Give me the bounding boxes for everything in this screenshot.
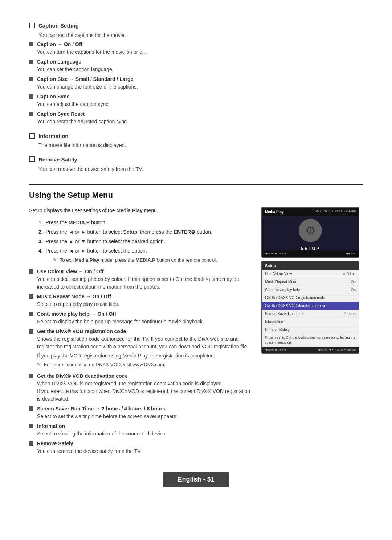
caption-size-title: Caption Size → Small / Standard / Large	[37, 75, 363, 83]
step-2-text: Press the ◄ or ► button to select Setup,…	[46, 228, 212, 236]
row-6-label: Information	[265, 319, 283, 324]
tv-title: Media Play	[265, 209, 284, 214]
setup-note: ✎ To exit Media Play mode, press the MED…	[53, 257, 250, 264]
tv-bottom-bar: ◀ SUM ■ Device ◀◀ Exit	[262, 250, 359, 257]
caption-size-item: Caption Size → Small / Standard / Large …	[29, 75, 363, 91]
step-4-num: 4.	[38, 247, 43, 255]
setup-menu-row-4: Get the DivX® VOD deactivation code	[262, 302, 359, 310]
tv-bottom-right: ◀◀ Exit	[346, 251, 356, 256]
tv-info: SUM 01:00(01)/00:32:88 Free	[312, 209, 356, 214]
square-bullet-icon	[29, 269, 33, 274]
caption-size-desc: You can change the font size of the capt…	[37, 83, 363, 91]
remove-safely-top-title: Remove Safely	[38, 156, 77, 164]
divx-registration-desc2: If you play the VOD registration using M…	[37, 352, 250, 360]
row-2-val: On	[351, 287, 356, 292]
caption-setting-section: Caption Setting You can set the captions…	[29, 22, 363, 126]
row-5-label: Screen Saver Run Time	[265, 311, 303, 316]
screen-saver-desc: Select to set the waiting time before th…	[37, 413, 250, 420]
step-4-text: Press the ◄ or ► button to select the op…	[46, 247, 147, 255]
square-bullet-icon	[29, 112, 33, 116]
information-bottom-item: Information Select to viewing the inform…	[29, 422, 250, 438]
step-4: 4. Press the ◄ or ► button to select the…	[38, 247, 250, 255]
caption-sync-reset-item: Caption Sync Reset You can reset the adj…	[29, 110, 363, 126]
row-3-label: Get the DivX® VOD registration code	[265, 295, 325, 300]
square-bullet-icon	[29, 374, 33, 378]
divx-registration-note: ✎ For more information on DivX® VOD, vis…	[37, 361, 250, 368]
note-text: To exit Media Play mode, press the MEDIA…	[60, 257, 217, 264]
cont-movie-play-title: Cont. movie play help → On / Off	[37, 310, 250, 318]
information-top-desc: The movie file information is displayed.	[38, 142, 363, 149]
row-0-label: Use Colour View	[265, 271, 292, 277]
caption-sync-desc: You can adjust the caption sync.	[37, 101, 363, 108]
checkbox-icon	[29, 22, 35, 28]
remove-safely-bottom-title: Remove Safely	[37, 440, 250, 447]
row-2-label: Cont. movie play help	[265, 287, 300, 292]
square-bullet-icon	[29, 441, 33, 446]
setup-menu-row-2: Cont. movie play help On	[262, 286, 359, 294]
setup-menu-row-6: Information	[262, 318, 359, 326]
setup-content-area: Setup displays the user settings of the …	[29, 207, 363, 457]
remove-safely-bottom-desc: You can remove the device safely from th…	[37, 447, 250, 455]
information-bottom-title: Information	[37, 422, 250, 430]
tv-media-play-screen: Media Play SUM 01:00(01)/00:32:88 Free ⚙…	[261, 207, 359, 258]
music-repeat-mode-item: Music Repeat Mode → On / Off Select to r…	[29, 293, 250, 308]
setup-intro-text: Setup displays the user settings of the	[29, 208, 115, 213]
caption-setting-title: Caption Setting	[38, 22, 79, 30]
caption-language-item: Caption Language You can set the caption…	[29, 58, 363, 73]
tv-bottom-left: ◀ SUM ■ Device	[265, 251, 287, 256]
caption-language-desc: You can set the caption language.	[37, 66, 363, 73]
divx-registration-title: Get the DivX® VOD registration code	[37, 328, 250, 335]
remove-safely-bottom-item: Remove Safely You can remove the device …	[29, 440, 250, 455]
square-bullet-icon	[29, 312, 33, 316]
screen-saver-title: Screen Saver Run Time → 2 hours / 4 hour…	[37, 405, 250, 413]
cont-movie-play-item: Cont. movie play help → On / Off Select …	[29, 310, 250, 326]
setup-intro: Setup displays the user settings of the …	[29, 207, 250, 214]
divx-deactivation-title: Get the DivX® VOD deactivation code	[37, 372, 250, 380]
row-1-label: Music Repeat Mode	[265, 279, 297, 285]
note-icon: ✎	[53, 257, 57, 264]
setup-menu-row-1: Music Repeat Mode On	[262, 278, 359, 286]
tv-screen-top-bar: Media Play SUM 01:00(01)/00:32:88 Free	[262, 208, 359, 216]
square-bullet-icon	[29, 329, 33, 334]
caption-sync-item: Caption Sync You can adjust the caption …	[29, 93, 363, 108]
cont-movie-play-desc: Select to display the help pop-up messag…	[37, 318, 250, 326]
information-bottom-desc: Select to viewing the information of the…	[37, 430, 250, 438]
checkbox-icon	[29, 133, 35, 139]
caption-on-off-title: Caption → On / Off	[37, 41, 363, 48]
setup-menu-bottom: ◀ SUM ■ Device ◀ Move ◄► Adjust ↩ Return	[262, 347, 359, 353]
step-1-text: Press the MEDIA.P button.	[46, 219, 107, 226]
setup-menu-row-0: Use Colour View ◄ Off ►	[262, 270, 359, 278]
setup-menu-bottom-right: ◀ Move ◄► Adjust ↩ Return	[318, 348, 356, 352]
use-colour-view-desc: You can select sorting photos by colour.…	[37, 275, 250, 291]
caption-setting-desc: You can set the captions for the movie.	[38, 32, 363, 39]
step-3-num: 3.	[38, 238, 43, 245]
remove-safely-top-desc: You can remove the device safely from th…	[38, 165, 363, 173]
row-1-val: On	[351, 279, 356, 285]
footer-badge: English - 51	[163, 472, 229, 487]
footer-bar: English - 51	[29, 472, 363, 487]
square-bullet-icon	[29, 42, 33, 46]
caption-language-title: Caption Language	[37, 58, 363, 66]
square-bullet-icon	[29, 406, 33, 411]
setup-intro-bold: Media Play	[116, 208, 142, 213]
divx-deactivation-desc2: If you execute this function when DivX® …	[37, 388, 250, 403]
setup-intro-end: menu.	[144, 208, 158, 213]
information-top-section: Information The movie file information i…	[29, 132, 363, 150]
caption-sync-reset-desc: You can reset the adjusted caption sync.	[37, 118, 363, 126]
step-2: 2. Press the ◄ or ► button to select Set…	[38, 228, 250, 236]
caption-on-off-item: Caption → On / Off You can turn the capt…	[29, 41, 363, 56]
page-content: Caption Setting You can set the captions…	[0, 0, 392, 516]
row-5-val: 2 hours	[344, 311, 356, 316]
use-colour-view-title: Use Colour View → On / Off	[37, 268, 250, 275]
step-1-num: 1.	[38, 219, 43, 226]
row-0-val: ◄ Off ►	[342, 271, 356, 277]
step-2-num: 2.	[38, 228, 43, 236]
music-repeat-mode-title: Music Repeat Mode → On / Off	[37, 293, 250, 300]
caption-on-off-desc: You can turn the captions for the movie …	[37, 48, 363, 56]
divx-deactivation-item: Get the DivX® VOD deactivation code When…	[29, 372, 250, 403]
square-bullet-icon	[29, 424, 33, 428]
setup-menu-title: Using the Setup Menu	[29, 189, 363, 201]
divx-registration-note-text: For more information on DivX® VOD, visit…	[44, 361, 166, 368]
square-bullet-icon	[29, 77, 33, 81]
row-7-label: Remove Safely	[265, 327, 290, 332]
